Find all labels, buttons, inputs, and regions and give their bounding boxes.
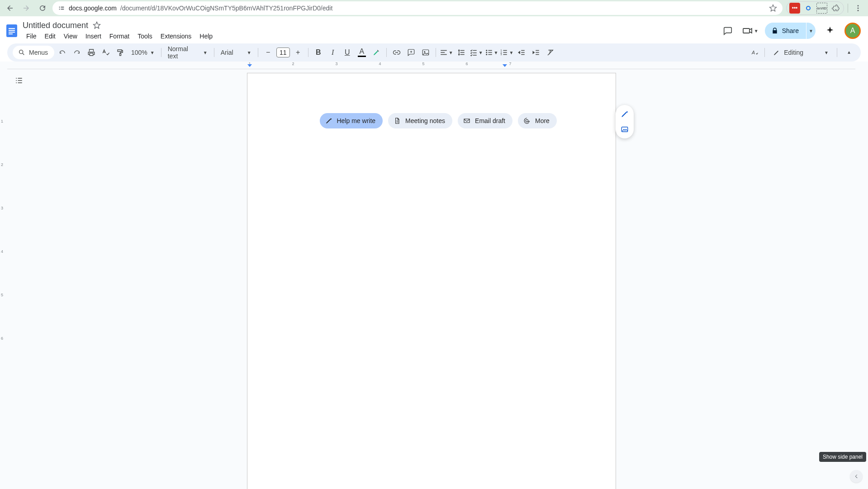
email-icon [463,117,470,124]
font-size-decrease-button[interactable]: − [262,46,275,59]
document-title[interactable]: Untitled document [23,21,88,30]
svg-point-2 [858,10,859,11]
meet-button[interactable]: ▼ [742,25,759,36]
svg-text:3: 3 [501,53,502,56]
browser-reload-button[interactable] [36,2,49,14]
insert-image-button[interactable] [419,46,432,59]
extension-icon-2[interactable] [803,3,814,14]
menu-format[interactable]: Format [106,32,133,43]
indent-marker[interactable] [503,64,507,67]
ruler-h-label: 6 [465,62,468,66]
collapse-toolbar-button[interactable]: ▼ [843,46,855,59]
insert-link-button[interactable] [390,46,403,59]
gemini-button[interactable] [822,23,838,39]
svg-point-13 [486,54,487,55]
extensions-menu-icon[interactable] [830,3,841,14]
svg-point-8 [19,50,23,54]
extensions-group: ••• InVID [786,1,844,15]
style-value: Normal text [168,45,198,60]
meet-caret-icon: ▼ [754,28,759,33]
toolbar-separator [837,48,837,57]
menu-tools[interactable]: Tools [134,32,156,43]
clear-format-icon [546,48,555,57]
ai-image-button[interactable] [618,123,631,136]
font-size-input[interactable] [276,47,290,57]
italic-button[interactable]: I [327,46,339,59]
menu-file[interactable]: File [23,32,40,43]
paint-format-button[interactable] [114,46,127,59]
lock-icon [771,27,778,34]
document-page[interactable]: Help me write Meeting notes Email draft … [247,73,616,489]
font-select[interactable]: Arial ▼ [218,49,254,56]
input-tools-icon: A [750,48,759,57]
font-size-group: − + [262,46,304,59]
ruler-h-label: 2 [292,62,294,66]
menu-insert[interactable]: Insert [82,32,105,43]
browser-menu-button[interactable] [852,2,864,14]
undo-icon [58,48,66,57]
redo-button[interactable] [71,46,83,59]
menu-extensions[interactable]: Extensions [157,32,195,43]
print-button[interactable] [85,46,98,59]
editing-mode-button[interactable]: Editing ▼ [768,46,833,59]
chip-more[interactable]: More [518,113,557,128]
ruler-v-label: 2 [1,162,3,167]
chip-email-draft[interactable]: Email draft [458,113,512,128]
align-button[interactable]: ▼ [440,46,453,59]
extension-icon-1[interactable]: ••• [789,3,800,14]
extension-icon-3[interactable]: InVID [816,3,827,14]
ai-write-button[interactable] [618,108,631,120]
share-caret-button[interactable]: ▼ [806,23,816,39]
indent-marker[interactable] [247,64,252,67]
svg-point-10 [424,51,425,52]
undo-button[interactable] [56,46,69,59]
docs-logo[interactable] [3,22,21,40]
svg-text:A: A [751,50,755,55]
bold-button[interactable]: B [312,46,325,59]
image-sparkle-icon [621,125,629,133]
indent-decrease-button[interactable] [515,46,528,59]
insert-comment-button[interactable] [405,46,417,59]
bulleted-list-button[interactable]: ▼ [485,46,498,59]
menu-edit[interactable]: Edit [41,32,59,43]
font-size-increase-button[interactable]: + [292,46,304,59]
redo-icon [73,48,81,57]
toolbar-search-menus[interactable]: Menus [13,46,54,59]
browser-back-button[interactable] [4,2,16,14]
star-button[interactable] [93,21,101,29]
avatar-letter: A [850,27,855,35]
browser-bar: docs.google.com/document/d/18VKovOrWuCOi… [0,0,868,16]
share-label: Share [782,27,799,34]
comment-history-button[interactable] [720,23,736,39]
numbered-list-button[interactable]: 123▼ [500,46,513,59]
star-outline-icon [93,21,101,29]
share-button[interactable]: Share [765,23,806,39]
chip-help-me-write[interactable]: Help me write [320,113,383,128]
browser-url-bar[interactable]: docs.google.com/document/d/18VKovOrWuCOi… [52,1,783,15]
input-tools-button[interactable]: A [748,46,761,59]
image-icon [422,48,430,57]
horizontal-ruler[interactable]: 1234567 [7,62,855,69]
browser-separator [848,4,848,13]
indent-increase-button[interactable] [530,46,542,59]
paragraph-style-select[interactable]: Normal text ▼ [165,45,210,60]
bookmark-star-icon[interactable] [769,4,777,12]
menu-view[interactable]: View [60,32,81,43]
at-icon [523,117,531,124]
underline-button[interactable]: U [341,46,354,59]
checklist-button[interactable]: ▼ [470,46,483,59]
browser-forward-button[interactable] [20,2,33,14]
show-side-panel-button[interactable] [850,470,863,483]
line-spacing-button[interactable] [455,46,468,59]
vertical-ruler[interactable]: 123456 [0,69,7,489]
chip-meeting-notes[interactable]: Meeting notes [388,113,452,128]
magic-pencil-icon [621,110,629,118]
spellcheck-button[interactable] [100,46,112,59]
highlight-button[interactable] [370,46,383,59]
menu-help[interactable]: Help [196,32,216,43]
account-avatar[interactable]: A [844,23,861,39]
text-color-button[interactable]: A [356,46,368,59]
document-canvas[interactable]: Help me write Meeting notes Email draft … [7,69,855,489]
clear-formatting-button[interactable] [544,46,557,59]
zoom-select[interactable]: 100%▼ [128,49,157,56]
